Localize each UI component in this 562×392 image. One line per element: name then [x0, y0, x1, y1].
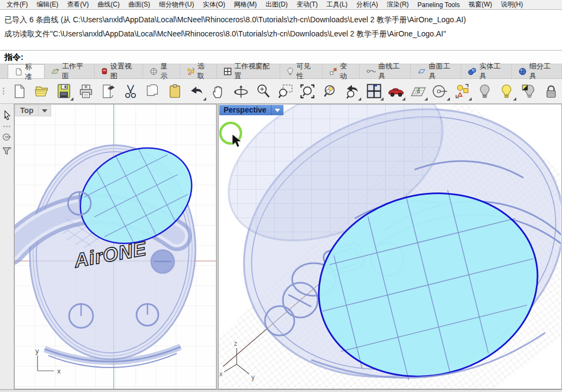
side-toolbar-grip[interactable]: [3, 126, 10, 127]
menu-surface[interactable]: 曲面(S): [124, 0, 155, 9]
named-cplane-icon[interactable]: [2, 133, 12, 141]
zoom-extents-icon: [300, 84, 315, 99]
undo-view-icon: [344, 84, 360, 99]
zoom-selected-button[interactable]: [319, 80, 341, 102]
pan-view-button[interactable]: [208, 80, 230, 102]
menu-dimension[interactable]: 出图(D): [261, 0, 292, 9]
save-file-button[interactable]: [53, 80, 75, 102]
hide-objects-button[interactable]: [473, 80, 496, 102]
menu-view[interactable]: 查看(V): [63, 0, 93, 9]
show-objects-button[interactable]: [496, 80, 518, 102]
menu-help[interactable]: 说明(H): [497, 0, 528, 9]
menu-transform[interactable]: 变动(T): [292, 0, 322, 9]
viewport-perspective-dropdown[interactable]: [271, 105, 283, 115]
menu-curve[interactable]: 曲线(C): [93, 0, 124, 9]
print-icon: [78, 84, 94, 99]
document-icon: [15, 68, 22, 76]
undo-view-change-button[interactable]: [341, 80, 363, 102]
tab-label: 选取: [197, 61, 210, 81]
new-file-button[interactable]: [9, 80, 31, 102]
tab-select[interactable]: 选取: [180, 64, 217, 78]
print-button[interactable]: [75, 80, 97, 102]
zoom-window-button[interactable]: [274, 80, 297, 102]
tab-visibility[interactable]: 可见性: [280, 64, 323, 78]
command-history-line: 已导入 6 条曲线 (从 C:\Users\anxld\AppData\Loca…: [4, 13, 558, 27]
menu-subd[interactable]: 细分物件(U): [155, 0, 199, 9]
viewport-layout-icon: [224, 67, 232, 76]
isolate-objects-button[interactable]: [518, 80, 540, 102]
tab-label: 实体工具: [479, 61, 505, 81]
tab-set-view[interactable]: 设置视图: [95, 64, 143, 78]
viewport-top[interactable]: Top: [14, 104, 217, 389]
open-file-button[interactable]: [31, 80, 53, 102]
car-button[interactable]: [385, 80, 407, 102]
flyout-indicator: [402, 97, 405, 101]
new-file-icon: [12, 83, 27, 99]
undo-arrow-icon: [189, 84, 205, 98]
tab-display[interactable]: 显示: [143, 64, 180, 78]
command-input[interactable]: [27, 52, 562, 63]
viewport-perspective[interactable]: Perspective: [218, 104, 562, 389]
four-viewports-button[interactable]: [363, 80, 385, 102]
tab-label: 工作视窗配置: [234, 61, 273, 81]
menu-window[interactable]: 视窗(W): [464, 0, 496, 9]
open-file-icon: [34, 84, 50, 99]
menu-render[interactable]: 渲染(R): [382, 0, 413, 9]
selection-filter-button[interactable]: [452, 80, 474, 102]
menu-solid[interactable]: 实体(O): [199, 0, 230, 9]
perspective-view-scene[interactable]: z x y: [219, 104, 561, 389]
tab-cplane[interactable]: 工作平面: [45, 64, 95, 78]
menu-tools[interactable]: 工具(L): [322, 0, 352, 9]
pan-hand-icon: [211, 83, 226, 99]
select-shapes-icon: [187, 67, 195, 76]
toolbar-grip[interactable]: [3, 82, 7, 101]
named-cplane-button[interactable]: [429, 80, 452, 102]
lock-objects-button[interactable]: [540, 80, 562, 102]
edit-properties-button[interactable]: [97, 80, 120, 102]
viewport-top-title[interactable]: Top: [15, 105, 51, 116]
menu-edit[interactable]: 编辑(E): [32, 0, 63, 9]
menu-file[interactable]: 文件(F): [2, 0, 32, 9]
viewport-perspective-title[interactable]: Perspective: [219, 105, 283, 115]
tab-label: 曲面工具: [429, 61, 454, 81]
tab-viewport-layout[interactable]: 工作视窗配置: [217, 64, 280, 78]
standard-toolbar: [0, 79, 562, 104]
four-viewports-icon: [366, 83, 382, 99]
command-history-line: 成功读取文件"C:\Users\anxld\AppData\Local\McNe…: [4, 27, 558, 41]
cplane-grid-button[interactable]: [407, 80, 429, 102]
menu-analyze[interactable]: 分析(A): [352, 0, 382, 9]
axis-x-label: x: [219, 370, 223, 378]
surface-tools-icon: [417, 67, 426, 75]
save-file-icon: [56, 83, 72, 99]
copy-button[interactable]: [141, 80, 164, 102]
curve-tools-icon: [366, 67, 376, 75]
select-arrow-icon[interactable]: [3, 110, 11, 120]
lamp-on-icon: [499, 83, 514, 99]
selection-filter-funnel-icon[interactable]: [2, 147, 11, 156]
zoom-window-icon: [278, 84, 293, 99]
tab-subd-tools[interactable]: 细分工具: [512, 64, 562, 78]
flyout-indicator: [447, 97, 450, 101]
zoom-extents-button[interactable]: [297, 80, 319, 102]
tab-label: 设置视图: [110, 61, 136, 81]
tab-curve-tools[interactable]: 曲线工具: [360, 64, 411, 78]
tab-surface-tools[interactable]: 曲面工具: [411, 64, 461, 78]
flyout-indicator: [70, 97, 73, 101]
tab-standard[interactable]: 标准: [8, 64, 45, 78]
command-prompt-label: 指令:: [4, 52, 23, 63]
rotate-view-button[interactable]: [230, 80, 252, 102]
menu-paneling-tools[interactable]: Paneling Tools: [413, 1, 464, 9]
command-history: 已导入 6 条曲线 (从 C:\Users\anxld\AppData\Loca…: [0, 9, 562, 51]
paste-button[interactable]: [164, 80, 186, 102]
cut-button[interactable]: [119, 80, 141, 102]
viewport-top-dropdown[interactable]: [38, 105, 51, 116]
zoom-magnifier-icon: [256, 84, 271, 99]
menu-mesh[interactable]: 网格(M): [230, 0, 261, 9]
lock-icon: [544, 83, 558, 99]
tab-solid-tools[interactable]: 实体工具: [461, 64, 512, 78]
tab-transform[interactable]: 变动: [323, 64, 360, 78]
zoom-dynamic-button[interactable]: [252, 80, 275, 102]
undo-button[interactable]: [186, 80, 208, 102]
zoom-selected-icon: [322, 84, 337, 99]
top-view-scene[interactable]: AirONE y x: [15, 104, 216, 389]
